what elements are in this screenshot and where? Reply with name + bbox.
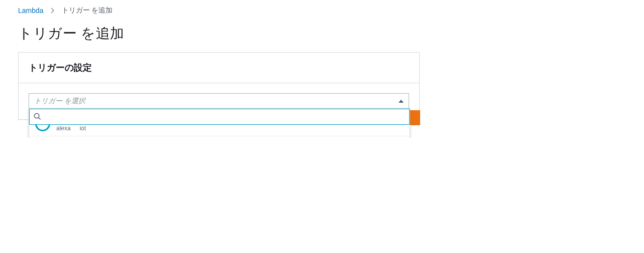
breadcrumb-current: トリガー を追加 bbox=[62, 6, 113, 15]
chevron-right-icon bbox=[51, 8, 55, 14]
tag: alexa bbox=[56, 125, 71, 133]
page-title: トリガー を追加 bbox=[18, 24, 626, 43]
option-alexa-partial[interactable]: alexa iot bbox=[29, 125, 410, 136]
primary-button-sliver[interactable] bbox=[409, 110, 420, 125]
alexa-icon bbox=[35, 125, 50, 131]
caret-up-icon bbox=[399, 100, 404, 103]
trigger-select[interactable]: トリガー を選択 bbox=[29, 93, 409, 109]
tag: iot bbox=[80, 125, 86, 133]
trigger-options-list: alexa iot Application Load Balancer bbox=[29, 125, 410, 138]
select-placeholder: トリガー を選択 bbox=[34, 97, 85, 106]
trigger-config-panel: トリガーの設定 トリガー を選択 bbox=[18, 52, 420, 120]
panel-header: トリガーの設定 bbox=[19, 53, 419, 83]
breadcrumb-lambda-link[interactable]: Lambda bbox=[18, 7, 44, 15]
trigger-dropdown: alexa iot Application Load Balancer bbox=[29, 108, 410, 138]
option-alb[interactable]: Application Load Balancer aws load-balan… bbox=[29, 136, 410, 138]
breadcrumb: Lambda トリガー を追加 bbox=[18, 6, 626, 15]
trigger-search-input[interactable] bbox=[29, 109, 410, 125]
